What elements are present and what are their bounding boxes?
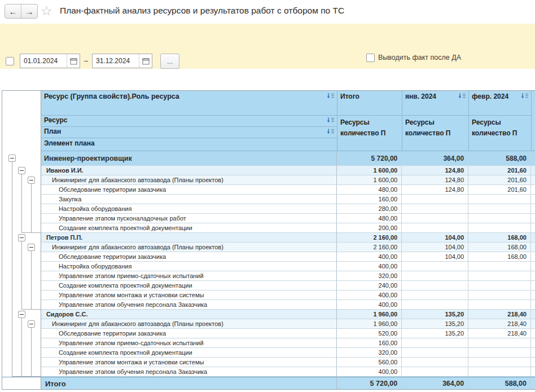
cell-value[interactable]: 520,00: [337, 329, 402, 338]
cell-value[interactable]: 104,00: [402, 233, 468, 243]
collapse-toggle[interactable]: [28, 177, 35, 184]
header-resource-role[interactable]: Ресурс (Группа свойств).Роль ресурса: [41, 91, 337, 116]
cell-value[interactable]: [402, 204, 468, 214]
cell-value[interactable]: 168,00: [468, 252, 531, 262]
cell-value[interactable]: 168,00: [468, 243, 531, 252]
cell-value[interactable]: 2 160,00: [337, 233, 402, 243]
row-label[interactable]: Петров П.П.: [41, 233, 337, 243]
period-to-input[interactable]: 31.12.2024: [92, 54, 152, 68]
row-label[interactable]: Инжиниринг для абаканского автозавода (П…: [41, 175, 337, 185]
cell-value[interactable]: [402, 358, 468, 367]
sort-icon[interactable]: [521, 93, 529, 99]
cell-value[interactable]: 160,00: [337, 195, 402, 204]
collapse-toggle[interactable]: [28, 320, 35, 328]
cell-value[interactable]: [402, 262, 468, 271]
cell-value[interactable]: 104,00: [402, 252, 468, 262]
cell-value[interactable]: 124,80: [402, 166, 468, 175]
row-label[interactable]: Создание комплекта проектной документаци…: [41, 348, 337, 358]
row-label[interactable]: Управление этапом приемо-сдаточных испыт…: [41, 338, 337, 348]
cell-value[interactable]: 135,20: [402, 329, 468, 338]
cell-value[interactable]: [468, 367, 531, 377]
cell-value[interactable]: 480,00: [337, 185, 402, 195]
cell-value[interactable]: [468, 281, 531, 290]
cell-value[interactable]: [468, 290, 531, 300]
cell-value[interactable]: [402, 348, 468, 358]
cell-value[interactable]: 240,00: [337, 281, 402, 290]
cell-value[interactable]: [468, 223, 531, 233]
cell-value[interactable]: 320,00: [337, 271, 402, 281]
row-label[interactable]: Управление этапом обучения персонала Зак…: [41, 367, 337, 377]
sort-icon[interactable]: [327, 117, 335, 124]
cell-value[interactable]: [402, 338, 468, 348]
column-header[interactable]: янв. 2024: [402, 91, 469, 116]
cell-value[interactable]: 5 720,00: [337, 377, 402, 390]
cell-value[interactable]: 480,00: [337, 214, 402, 223]
cell-value[interactable]: 1 960,00: [337, 319, 402, 329]
cell-value[interactable]: 160,00: [337, 338, 402, 348]
cell-value[interactable]: 168,00: [468, 233, 531, 243]
cell-value[interactable]: 320,00: [337, 348, 402, 358]
cell-value[interactable]: 364,00: [402, 151, 468, 166]
column-subheader[interactable]: Ресурсы количество П: [337, 116, 402, 151]
cell-value[interactable]: [468, 262, 531, 271]
cell-value[interactable]: [468, 204, 531, 214]
period-checkbox[interactable]: [6, 57, 14, 65]
cell-value[interactable]: 560,00: [337, 358, 402, 367]
sort-icon[interactable]: [327, 93, 335, 99]
row-label[interactable]: Создание комплекта проектной документаци…: [41, 281, 337, 290]
row-label[interactable]: Закупка: [41, 195, 337, 204]
collapse-toggle[interactable]: [18, 167, 25, 174]
cell-value[interactable]: 588,00: [468, 151, 531, 166]
row-label[interactable]: Управление этапом приемо-сдаточных испыт…: [41, 271, 337, 281]
cell-value[interactable]: 104,00: [402, 243, 468, 252]
row-label[interactable]: Обследование территории заказчика: [41, 329, 337, 338]
column-header[interactable]: февр. 2024: [469, 91, 532, 116]
cell-value[interactable]: 201,60: [468, 166, 531, 175]
cell-value[interactable]: [402, 195, 468, 204]
fact-after-da-checkbox[interactable]: [366, 54, 375, 62]
cell-value[interactable]: 218,40: [468, 310, 531, 319]
cell-value[interactable]: 124,80: [402, 175, 468, 185]
header-plan-element[interactable]: Элемент плана: [41, 138, 337, 151]
cell-value[interactable]: 400,00: [337, 367, 402, 377]
cell-value[interactable]: [402, 290, 468, 300]
cell-value[interactable]: 218,40: [468, 319, 531, 329]
cell-value[interactable]: 400,00: [337, 300, 402, 310]
calendar-icon[interactable]: [67, 54, 80, 68]
period-from-input[interactable]: 01.01.2024: [20, 54, 80, 68]
cell-value[interactable]: 1 960,00: [337, 310, 402, 319]
row-label[interactable]: Инжиниринг для абаканского автозавода (П…: [41, 319, 337, 329]
row-label[interactable]: Настройка оборудования: [41, 204, 337, 214]
cell-value[interactable]: [468, 358, 531, 367]
row-label[interactable]: Настройка оборудования: [41, 262, 337, 271]
sort-icon[interactable]: [327, 129, 335, 135]
row-label[interactable]: Управление этапом пусконаладочных работ: [41, 214, 337, 223]
row-label[interactable]: Иванов И.И.: [41, 166, 337, 175]
cell-value[interactable]: [468, 214, 531, 223]
cell-value[interactable]: [402, 300, 468, 310]
row-label[interactable]: Управление этапом монтажа и установки си…: [41, 358, 337, 367]
cell-value[interactable]: [468, 348, 531, 358]
period-more-button[interactable]: ...: [160, 54, 179, 69]
row-label[interactable]: Создание комплекта проектной документаци…: [41, 223, 337, 233]
cell-value[interactable]: 400,00: [337, 252, 402, 262]
collapse-toggle[interactable]: [18, 311, 25, 318]
header-resource[interactable]: Ресурс: [41, 116, 337, 127]
cell-value[interactable]: 280,00: [337, 204, 402, 214]
column-header[interactable]: Итого: [337, 91, 402, 116]
cell-value[interactable]: 1 600,00: [337, 166, 402, 175]
cell-value[interactable]: [468, 300, 531, 310]
cell-value[interactable]: [468, 195, 531, 204]
cell-value[interactable]: 1 600,00: [337, 175, 402, 185]
calendar-icon[interactable]: [139, 54, 152, 68]
cell-value[interactable]: 135,20: [402, 319, 468, 329]
back-button[interactable]: ←: [5, 5, 21, 18]
cell-value[interactable]: 201,60: [468, 175, 531, 185]
cell-value[interactable]: 400,00: [337, 262, 402, 271]
forward-button[interactable]: →: [21, 5, 37, 18]
cell-value[interactable]: 135,20: [402, 310, 468, 319]
row-label[interactable]: Управление этапом монтажа и установки си…: [41, 290, 337, 300]
cell-value[interactable]: 364,00: [402, 377, 468, 390]
cell-value[interactable]: 588,00: [468, 377, 531, 390]
cell-value[interactable]: 400,00: [337, 290, 402, 300]
